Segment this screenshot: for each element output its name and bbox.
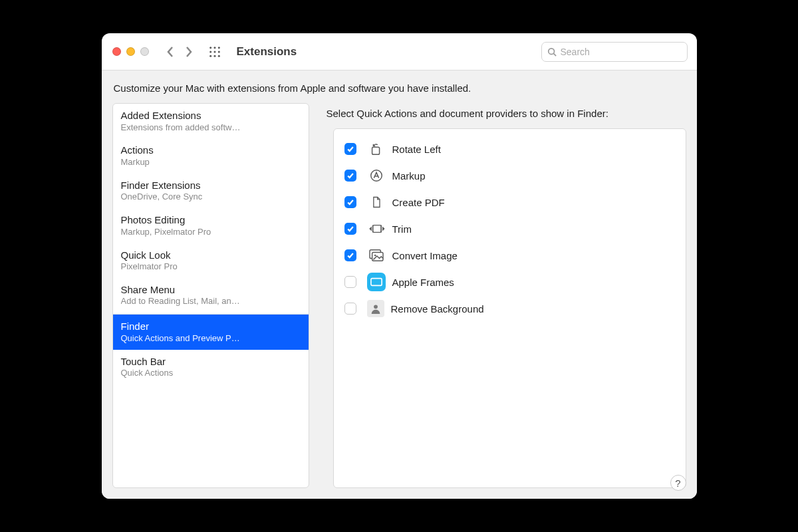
search-field[interactable] [541,42,688,62]
sidebar-item-label: Actions [121,144,301,157]
svg-point-23 [374,305,378,309]
trim-icon [367,219,386,238]
sidebar-item-photos-editing[interactable]: Photos Editing Markup, Pixelmator Pro [113,208,309,243]
content-area: Customize your Mac with extensions from … [102,70,697,499]
help-button[interactable]: ? [670,475,686,491]
search-icon [547,47,557,57]
sidebar-item-finder[interactable]: Finder Quick Actions and Preview P… [113,314,309,349]
svg-point-3 [209,51,211,53]
show-all-button[interactable] [207,45,222,59]
checkbox-convert-image[interactable] [344,249,356,261]
checkbox-markup[interactable] [344,170,356,182]
list-item-label: Trim [392,223,412,235]
traffic-lights [112,47,149,56]
sidebar-item-label: Photos Editing [121,213,301,227]
svg-rect-15 [372,225,381,233]
window-title: Extensions [237,45,297,59]
detail-heading: Select Quick Actions and document provid… [317,103,686,128]
panes: Added Extensions Extensions from added s… [112,103,686,488]
rotate-left-icon [367,140,386,158]
svg-marker-14 [369,227,372,231]
sidebar-item-sublabel: Quick Actions [121,368,301,379]
zoom-window-button[interactable] [140,47,149,56]
close-window-button[interactable] [112,47,121,56]
category-sidebar: Added Extensions Extensions from added s… [112,103,309,488]
checkbox-remove-background[interactable] [344,303,356,315]
apple-frames-icon [367,273,386,291]
svg-point-7 [213,55,215,57]
svg-point-0 [209,47,211,49]
list-item-label: Convert Image [392,250,458,261]
help-label: ? [675,477,680,489]
sidebar-item-label: Finder [121,320,301,333]
svg-line-10 [553,53,556,56]
list-item-label: Apple Frames [392,277,454,288]
sidebar-item-sublabel: Pixelmator Pro [121,261,301,273]
sidebar-item-label: Share Menu [121,283,301,297]
sidebar-item-label: Quick Look [121,249,301,262]
list-item-label: Markup [392,170,426,182]
svg-rect-11 [372,148,379,155]
svg-point-1 [213,47,215,49]
minimize-window-button[interactable] [126,47,135,56]
photo-stack-icon [367,246,386,265]
sidebar-item-added-extensions[interactable]: Added Extensions Extensions from added s… [113,104,309,138]
quick-actions-list: Rotate Left Marku [333,128,686,488]
sidebar-item-finder-extensions[interactable]: Finder Extensions OneDrive, Core Sync [113,174,309,208]
checkbox-create-pdf[interactable] [344,196,356,208]
toolbar: Extensions [102,33,697,70]
sidebar-item-sublabel: Markup, Pixelmator Pro [121,227,301,238]
person-crop-icon [367,300,384,317]
detail-pane: Select Quick Actions and document provid… [317,103,686,488]
sidebar-item-label: Added Extensions [121,109,301,122]
svg-point-21 [374,255,376,257]
list-item: Trim [342,215,678,242]
svg-point-6 [209,55,211,57]
list-item: Apple Frames [342,269,678,295]
svg-point-5 [217,51,219,53]
sidebar-item-label: Touch Bar [121,355,301,368]
sidebar-item-touch-bar[interactable]: Touch Bar Quick Actions [113,350,309,384]
nav-arrows [166,45,193,59]
svg-point-4 [213,51,215,53]
sidebar-item-share-menu[interactable]: Share Menu Add to Reading List, Mail, an… [113,278,309,313]
sidebar-item-sublabel: Add to Reading List, Mail, an… [121,296,301,307]
document-icon [367,193,386,211]
svg-point-8 [217,55,219,57]
markup-icon [367,166,386,185]
sidebar-item-quick-look[interactable]: Quick Look Pixelmator Pro [113,243,309,278]
sidebar-item-sublabel: Quick Actions and Preview P… [121,333,301,344]
forward-button[interactable] [185,45,193,59]
svg-rect-22 [370,279,381,286]
sidebar-item-actions[interactable]: Actions Markup [113,138,309,173]
back-button[interactable] [166,45,174,59]
list-item-label: Remove Background [391,303,484,315]
list-item-label: Create PDF [392,197,445,208]
svg-point-2 [217,47,219,49]
checkbox-rotate-left[interactable] [344,143,356,155]
svg-marker-18 [382,227,385,231]
list-item: Rotate Left [342,136,678,162]
checkbox-apple-frames[interactable] [344,276,356,288]
list-item: Markup [342,162,678,189]
sidebar-item-sublabel: Markup [121,157,301,168]
checkbox-trim[interactable] [344,223,356,235]
intro-text: Customize your Mac with extensions from … [114,82,685,94]
list-item: Create PDF [342,189,678,215]
sidebar-item-label: Finder Extensions [121,179,301,192]
sidebar-item-sublabel: OneDrive, Core Sync [121,192,301,203]
list-item: Remove Background [342,295,678,322]
preferences-window: Extensions Customize your Mac with exten… [102,33,697,499]
svg-point-9 [548,48,554,54]
sidebar-item-sublabel: Extensions from added softw… [121,122,301,134]
list-item-label: Rotate Left [392,144,441,155]
search-input[interactable] [561,47,682,57]
list-item: Convert Image [342,242,678,269]
